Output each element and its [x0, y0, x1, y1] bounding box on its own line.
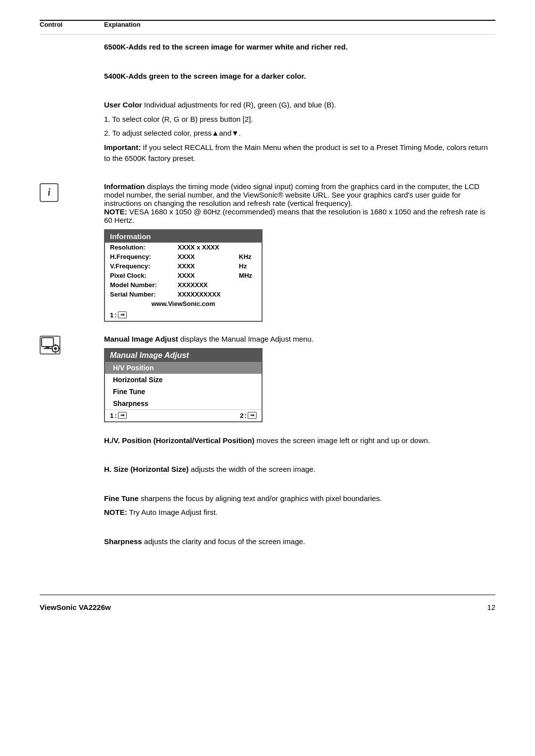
info-row-unit-2: Hz	[234, 261, 262, 271]
info-row-value-0: XXXX x XXXX	[173, 243, 234, 252]
information-bold: Information	[104, 182, 145, 191]
information-box-title: Information	[105, 230, 262, 243]
section-hv-position: H./V. Position (Horizontal/Vertical Posi…	[40, 435, 495, 456]
manual-image-adjust-box: Manual Image Adjust H/V Position Horizon…	[104, 348, 263, 422]
finetune-note-text: Try Auto Image Adjust first.	[127, 508, 218, 516]
info-row-value-2: XXXX	[173, 261, 234, 271]
information-box-footer: 1 : ⇒	[105, 309, 262, 321]
user-color-step1: 1. To select color (R, G or B) press but…	[104, 114, 495, 125]
manual-box-title: Manual Image Adjust	[105, 349, 262, 362]
info-row-label-4: Model Number:	[105, 280, 173, 290]
label-6500k: 6500K-Adds red to the screen image for w…	[104, 43, 348, 51]
table-row: Serial Number: XXXXXXXXXX	[105, 290, 262, 299]
text-user-color: User Color Individual adjustments for re…	[104, 100, 495, 167]
icon-col-5400k	[40, 71, 104, 72]
table-row: V.Frequency: XXXX Hz	[105, 261, 262, 271]
svg-rect-2	[44, 348, 52, 349]
section-user-color: User Color Individual adjustments for re…	[40, 100, 495, 174]
info-row-value-1: XXXX	[173, 252, 234, 261]
hsize-text: adjusts the width of the screen image.	[189, 465, 316, 473]
manual-nav-btn-2: 2 : ⇒	[240, 412, 257, 419]
svg-rect-0	[42, 338, 54, 347]
icon-col-finetune	[40, 493, 104, 494]
information-icon: i	[40, 183, 58, 202]
svg-rect-6	[55, 351, 56, 353]
manual-nav-btn-1: 1 : ⇒	[110, 412, 127, 419]
text-finetune: Fine Tune sharpens the focus by aligning…	[104, 493, 495, 521]
content-area: 6500K-Adds red to the screen image for w…	[40, 42, 495, 565]
icon-col-sharpness	[40, 536, 104, 537]
manual-icon-svg	[41, 337, 59, 353]
text-6500k: 6500K-Adds red to the screen image for w…	[104, 42, 495, 56]
section-h-size: H. Size (Horizontal Size) adjusts the wi…	[40, 464, 495, 485]
text-5400k: 5400K-Adds green to the screen image for…	[104, 71, 495, 85]
footer-rule	[40, 595, 495, 595]
manual-box-item-hv: H/V Position	[105, 362, 262, 374]
information-note-text: VESA 1680 x 1050 @ 60Hz (recommended) me…	[104, 207, 485, 224]
manual-box-footer: 1 : ⇒ 2 : ⇒	[105, 409, 262, 421]
info-nav-colon-1: :	[114, 311, 116, 319]
manual-text: displays the Manual Image Adjust menu.	[178, 335, 314, 343]
svg-rect-5	[55, 344, 56, 346]
table-row: Model Number: XXXXXXX	[105, 280, 262, 290]
sharpness-text: adjusts the clarity and focus of the scr…	[142, 537, 305, 546]
finetune-note-label: NOTE:	[104, 508, 127, 516]
header-separator	[40, 34, 495, 35]
info-row-label-5: Serial Number:	[105, 290, 173, 299]
page: Control Explanation 6500K-Adds red to th…	[0, 0, 535, 756]
information-note-label: NOTE:	[104, 207, 127, 216]
icon-col-hsize	[40, 464, 104, 465]
svg-rect-8	[58, 348, 59, 349]
section-fine-tune: Fine Tune sharpens the focus by aligning…	[40, 493, 495, 528]
info-row-unit-1: KHz	[234, 252, 262, 261]
information-box-url: www.ViewSonic.com	[105, 299, 262, 309]
table-row: Resolution: XXXX x XXXX	[105, 243, 262, 252]
info-nav-num-1: 1	[110, 311, 113, 319]
info-row-label-0: Resolution:	[105, 243, 173, 252]
text-information: Information displays the timing mode (vi…	[104, 182, 495, 327]
icon-col-6500k	[40, 42, 104, 43]
info-row-value-3: XXXX	[173, 271, 234, 280]
info-row-value-5: XXXXXXXXXX	[173, 290, 262, 299]
section-sharpness: Sharpness adjusts the clarity and focus …	[40, 536, 495, 557]
text-manual: Manual Image Adjust displays the Manual …	[104, 335, 495, 427]
text-hsize: H. Size (Horizontal Size) adjusts the wi…	[104, 464, 495, 478]
info-nav-icon-1: ⇒	[118, 311, 127, 318]
info-row-label-1: H.Frequency:	[105, 252, 173, 261]
information-box: Information Resolution: XXXX x XXXX H.Fr…	[104, 229, 263, 322]
manual-image-icon	[40, 336, 60, 354]
section-manual-image-adjust: Manual Image Adjust displays the Manual …	[40, 335, 495, 427]
info-row-label-3: Pixel Clock:	[105, 271, 173, 280]
user-color-desc: Individual adjustments for red (R), gree…	[144, 101, 336, 109]
finetune-bold: Fine Tune	[104, 494, 139, 503]
information-text: displays the timing mode (video signal i…	[104, 182, 480, 207]
footer-brand-name: ViewSonic	[40, 603, 77, 611]
manual-box-item-sharpness: Sharpness	[105, 398, 262, 409]
table-row: H.Frequency: XXXX KHz	[105, 252, 262, 261]
header-control-label: Control	[40, 21, 104, 28]
information-box-table: Resolution: XXXX x XXXX H.Frequency: XXX…	[105, 243, 262, 299]
label-5400k: 5400K-Adds green to the screen image for…	[104, 72, 306, 80]
text-sharpness: Sharpness adjusts the clarity and focus …	[104, 536, 495, 551]
info-row-value-4: XXXXXXX	[173, 280, 262, 290]
info-nav-btn-1: 1 : ⇒	[110, 311, 127, 319]
manual-bold: Manual Image Adjust	[104, 335, 178, 343]
section-6500k: 6500K-Adds red to the screen image for w…	[40, 42, 495, 63]
svg-point-4	[54, 347, 57, 350]
manual-nav-num-2: 2	[240, 412, 243, 419]
finetune-text: sharpens the focus by aligning text and/…	[139, 494, 382, 503]
hsize-bold: H. Size (Horizontal Size)	[104, 465, 189, 473]
icon-col-hv	[40, 435, 104, 436]
text-hv: H./V. Position (Horizontal/Vertical Posi…	[104, 435, 495, 450]
section-5400k: 5400K-Adds green to the screen image for…	[40, 71, 495, 92]
footer-model: VA2226w	[79, 603, 111, 611]
info-row-label-2: V.Frequency:	[105, 261, 173, 271]
sharpness-bold: Sharpness	[104, 537, 142, 546]
footer-brand: ViewSonic VA2226w	[40, 603, 111, 611]
icon-col-manual	[40, 335, 104, 354]
table-row: Pixel Clock: XXXX MHz	[105, 271, 262, 280]
manual-nav-colon-2: :	[245, 412, 247, 419]
icon-col-information: i	[40, 182, 104, 202]
info-row-unit-0	[234, 243, 262, 252]
hv-bold: H./V. Position (Horizontal/Vertical Posi…	[104, 436, 255, 445]
